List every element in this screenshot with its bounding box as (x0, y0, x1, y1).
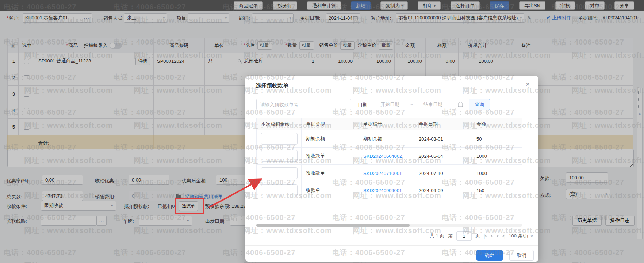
last-page-icon[interactable]: >| (502, 233, 505, 239)
advance-receipts-table: 本次核销金额 单据类型 单据编号 单据日期 金额 期初余额 期初余额 2024-… (256, 118, 522, 199)
doc-date-cell: 2024-07-10 (414, 165, 472, 182)
divider (245, 93, 538, 93)
divider (245, 245, 538, 246)
amount-cell: 1000 (472, 148, 522, 165)
prev-page-icon[interactable]: < (490, 233, 492, 239)
date-label: 日期: (358, 102, 369, 108)
writeoff-amount-input[interactable] (261, 167, 298, 179)
doc-type-cell: 收款单 (302, 182, 359, 199)
end-date-placeholder: 结束日期 (417, 101, 449, 108)
annotation-highlight-box (175, 198, 204, 214)
calendar-icon (458, 102, 463, 107)
doc-date-cell: 2024-06-04 (414, 148, 472, 165)
date-separator: ~ (406, 102, 417, 107)
doc-type-cell: 预收款单 (302, 148, 359, 165)
date-range-picker[interactable]: 开始日期 ~ 结束日期 (372, 99, 464, 110)
horizontal-scrollbar[interactable] (256, 224, 522, 227)
select-advance-receipt-dialog: 选择预收款单 × 日期: 开始日期 ~ 结束日期 查询 本次核销金额 单据类型 … (245, 76, 538, 262)
doc-date-cell: 2024-09-09 (414, 182, 472, 199)
page-suffix: 页 (475, 233, 480, 239)
writeoff-amount-input[interactable] (261, 150, 298, 162)
table-row: 期初余额 期初余额 2024-03-01 50 (257, 130, 522, 148)
advance-doc-search-input[interactable] (256, 99, 351, 110)
table-row: 收款单 SKD20240909001 2024-09-09 150 (257, 182, 522, 199)
next-page-icon[interactable]: > (496, 233, 498, 239)
page-total: 共 1 页 (430, 233, 444, 239)
confirm-button[interactable]: 确定 (476, 250, 503, 261)
page-size-select[interactable]: 100 条/页∨ (509, 233, 533, 239)
doc-no-link[interactable]: SKD20240710001 (363, 171, 402, 176)
doc-no-link[interactable]: SKD20240909001 (363, 188, 402, 193)
amount-cell: 150 (472, 182, 522, 199)
table-row: 预收款单 SKD20240710001 2024-07-10 1000 (257, 165, 522, 182)
doc-type-cell: 期初余额 (302, 130, 359, 148)
doc-date-cell: 2024-03-01 (414, 130, 472, 148)
amount-cell: 1000 (472, 165, 522, 182)
close-icon[interactable]: × (526, 80, 530, 88)
scrollbar-thumb[interactable] (256, 224, 410, 227)
doc-no-link[interactable]: SKD20240604002 (363, 153, 402, 159)
query-button[interactable]: 查询 (469, 99, 490, 110)
chevron-down-icon: ∨ (530, 233, 533, 239)
first-page-icon[interactable]: |< (484, 233, 487, 239)
table-row: 预收款单 SKD20240604002 2024-06-04 1000 (257, 148, 522, 165)
doc-type-cell: 预收款单 (302, 165, 359, 182)
pagination: 共 1 页 第 页 |< < > >| 100 条/页∨ (430, 231, 533, 241)
amount-cell: 50 (472, 130, 522, 148)
writeoff-amount-input[interactable] (261, 133, 298, 145)
writeoff-amount-input[interactable] (261, 184, 298, 196)
cancel-button[interactable]: 取消 (509, 250, 534, 261)
page-prefix: 第 (448, 233, 453, 239)
page-number-input[interactable] (456, 231, 472, 241)
dialog-title: 选择预收款单 (256, 82, 288, 89)
start-date-placeholder: 开始日期 (374, 101, 406, 108)
dialog-table-header: 本次核销金额 单据类型 单据编号 单据日期 金额 (257, 118, 522, 130)
doc-no-cell: 期初余额 (359, 130, 414, 148)
